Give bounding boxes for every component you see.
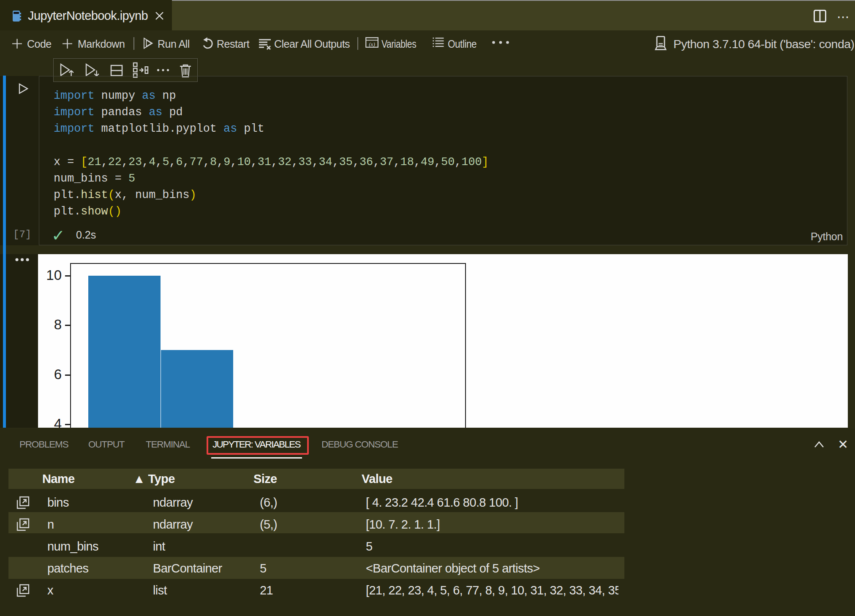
svg-text:(x): (x) <box>369 41 375 47</box>
